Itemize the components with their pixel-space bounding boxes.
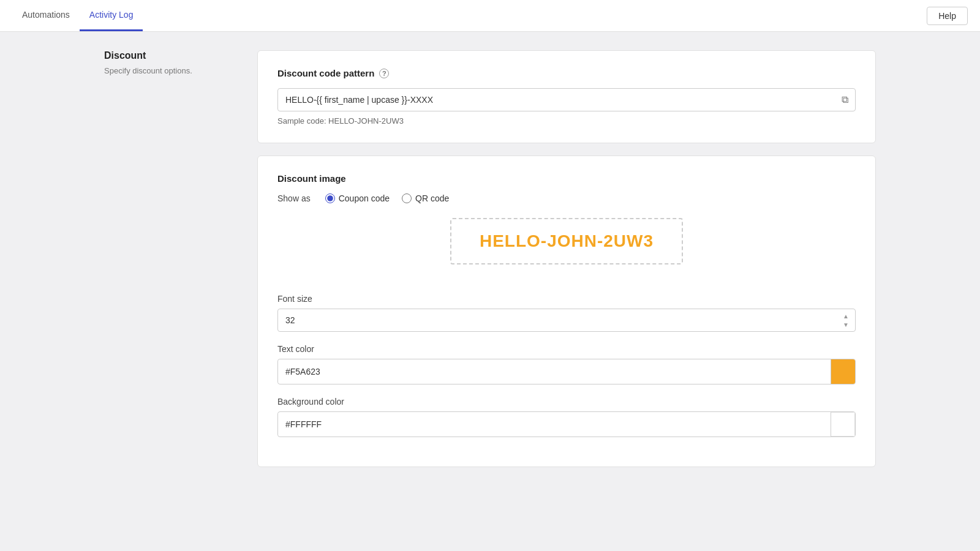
coupon-preview: HELLO-JOHN-2UW3 [450,218,683,264]
font-size-input-wrapper: ▲ ▼ [277,309,856,332]
tab-automations[interactable]: Automations [12,0,80,31]
radio-coupon-code-label: Coupon code [339,193,390,203]
top-navigation: Automations Activity Log Help [0,0,980,32]
radio-qr-code-input[interactable] [402,193,412,203]
section-description: Specify discount options. [104,66,239,75]
sidebar-section: Discount Specify discount options. [104,50,239,485]
background-color-input[interactable] [278,413,831,435]
main-content: Discount code pattern ? ⧉ Sample code: H… [257,50,876,485]
font-size-label: Font size [277,294,856,304]
font-size-field: Font size ▲ ▼ [277,294,856,332]
sample-code-text: Sample code: HELLO-JOHN-2UW3 [277,116,856,126]
text-color-swatch[interactable] [831,359,855,384]
page-content: Discount Specify discount options. Disco… [92,32,888,504]
discount-code-pattern-card: Discount code pattern ? ⧉ Sample code: H… [257,50,876,143]
background-color-label: Background color [277,397,856,407]
font-size-up[interactable]: ▲ [841,312,851,320]
show-as-row: Show as Coupon code QR code [277,193,856,203]
show-as-label: Show as [277,193,311,203]
help-button[interactable]: Help [927,7,968,25]
radio-group: Coupon code QR code [325,193,450,203]
font-size-input[interactable] [277,309,856,332]
font-size-spinners: ▲ ▼ [841,312,851,328]
radio-coupon-code[interactable]: Coupon code [325,193,390,203]
code-pattern-input-wrapper: ⧉ [277,88,856,111]
background-color-swatch[interactable] [831,412,855,437]
nav-tabs: Automations Activity Log [12,0,143,31]
background-color-field: Background color [277,397,856,437]
copy-icon[interactable]: ⧉ [842,94,848,105]
text-color-field: Text color [277,344,856,384]
discount-code-pattern-title: Discount code pattern ? [277,68,856,78]
radio-qr-code-label: QR code [415,193,449,203]
discount-image-card: Discount image Show as Coupon code QR co… [257,156,876,467]
discount-image-title: Discount image [277,173,856,184]
font-size-down[interactable]: ▼ [841,321,851,328]
code-pattern-input[interactable] [277,88,856,111]
coupon-preview-text: HELLO-JOHN-2UW3 [480,231,654,250]
background-color-input-row [277,411,856,437]
text-color-input[interactable] [278,361,831,383]
help-icon[interactable]: ? [379,69,389,78]
text-color-input-row [277,359,856,384]
section-title: Discount [104,50,239,61]
radio-coupon-code-input[interactable] [325,193,335,203]
text-color-label: Text color [277,344,856,354]
radio-qr-code[interactable]: QR code [402,193,449,203]
tab-activity-log[interactable]: Activity Log [80,0,143,31]
